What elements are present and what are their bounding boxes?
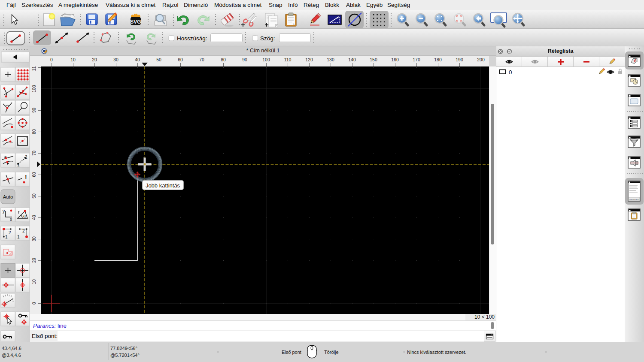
svg-text:50: 50	[156, 57, 161, 62]
svg-text:140: 140	[348, 57, 356, 62]
svg-text:20: 20	[31, 258, 36, 263]
svg-text:150: 150	[370, 57, 377, 62]
svg-text:10: 10	[70, 57, 76, 62]
svg-text:120: 120	[305, 57, 313, 62]
svg-text:SVG: SVG	[130, 19, 141, 25]
svg-text:110: 110	[31, 66, 36, 71]
svg-text:110: 110	[284, 57, 292, 62]
svg-text:50: 50	[31, 193, 36, 199]
svg-text:70: 70	[31, 151, 36, 156]
svg-text:160: 160	[391, 57, 399, 62]
svg-text:40: 40	[31, 215, 36, 220]
svg-text:2: 2	[9, 230, 11, 235]
svg-text:command: command	[629, 198, 639, 201]
svg-text:Szög:: Szög:	[260, 35, 275, 42]
svg-text:0: 0	[509, 69, 512, 75]
svg-text:190: 190	[456, 57, 463, 62]
svg-text:200: 200	[477, 57, 485, 62]
svg-text:Jobb kattintás: Jobb kattintás	[146, 182, 180, 189]
svg-text:80: 80	[31, 129, 36, 134]
svg-text:Auto: Auto	[3, 194, 13, 199]
svg-text:130: 130	[327, 57, 334, 62]
svg-text:60: 60	[31, 172, 36, 177]
svg-text:r: r	[18, 209, 20, 214]
svg-text:180: 180	[434, 57, 442, 62]
svg-text:1: 1	[5, 235, 8, 239]
svg-text:90: 90	[242, 57, 247, 62]
svg-text:a: a	[23, 213, 26, 218]
svg-text:40: 40	[135, 57, 140, 62]
svg-text:100: 100	[262, 57, 270, 62]
svg-text:0: 0	[31, 302, 36, 305]
svg-text:!: !	[25, 174, 27, 181]
svg-text:Hosszúság:: Hosszúság:	[177, 35, 207, 42]
svg-text:170: 170	[413, 57, 420, 62]
svg-text:90: 90	[31, 108, 36, 113]
svg-text:30: 30	[31, 236, 36, 241]
svg-text:100: 100	[31, 85, 36, 93]
svg-text:1: 1	[17, 163, 20, 167]
svg-text:2: 2	[22, 229, 25, 233]
svg-text:x: x	[10, 217, 12, 222]
svg-text:70: 70	[199, 57, 204, 62]
svg-text:1: 1	[17, 235, 20, 239]
svg-text:10: 10	[31, 279, 36, 284]
svg-text:y: y	[3, 208, 5, 214]
svg-text:0: 0	[50, 57, 53, 62]
svg-text:60: 60	[178, 57, 183, 62]
svg-text:20: 20	[92, 57, 97, 62]
svg-text:2: 2	[25, 155, 27, 160]
svg-text:30: 30	[113, 57, 118, 62]
svg-text:80: 80	[221, 57, 226, 62]
